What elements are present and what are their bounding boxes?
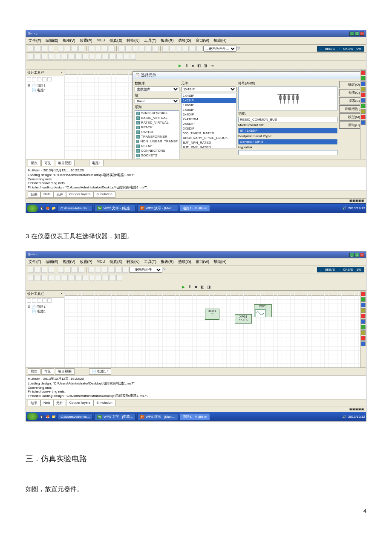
family-item[interactable]: SOCKETS [135, 153, 179, 158]
play-icon[interactable]: ▶ [181, 284, 186, 289]
component-listbox[interactable]: 1X4SIP1x5SIP1X6SIP1X8SIP2x4DIP2x4TERM2X6… [181, 93, 236, 148]
component-item[interactable]: 2X8DIP [182, 126, 236, 131]
tool-button[interactable] [48, 267, 54, 273]
tool-button[interactable] [95, 267, 101, 273]
family-item[interactable]: TRANSFORMER [135, 134, 179, 139]
detail-report-button[interactable]: 详细报告(D) [339, 105, 360, 113]
tool-button[interactable] [69, 275, 75, 281]
component-item[interactable]: BJT_NPN_RATED [182, 140, 236, 145]
instrument-button[interactable] [361, 308, 366, 313]
tool-button[interactable] [48, 275, 54, 281]
pause-icon[interactable]: Ⅱ [184, 63, 189, 68]
instrument-button[interactable] [361, 314, 366, 318]
tool-button[interactable] [196, 46, 202, 52]
ok-button[interactable]: 确定(O) [339, 81, 360, 88]
component-item[interactable]: 1X8SIP [182, 107, 236, 112]
quicklaunch-icon[interactable]: 📁 [52, 415, 56, 419]
component-item[interactable]: BJT_PNP_RATED [182, 145, 236, 148]
tool-button[interactable] [75, 275, 81, 281]
component-filter[interactable]: 1X4SIP [181, 87, 236, 92]
tool-button[interactable] [116, 275, 122, 281]
component-search[interactable]: ---使用的元件--- [203, 46, 236, 52]
instrument-button[interactable] [361, 70, 366, 75]
tool-button[interactable] [28, 46, 34, 52]
step-icon[interactable]: ◧ [200, 284, 205, 289]
tab-circuit[interactable]: 电路1 [89, 160, 104, 166]
component-item[interactable]: 555_TIMER_RATED [182, 131, 236, 136]
tab-nets[interactable]: Nets [40, 400, 53, 406]
tool-button[interactable] [78, 46, 84, 52]
instrument-3ibk1[interactable]: 3IBK1 ▫▫▫ [205, 309, 219, 320]
tree-node-child[interactable]: 📄 电路1 [28, 88, 62, 92]
step-icon[interactable]: ◧ [197, 63, 202, 68]
instrument-button[interactable] [361, 87, 366, 92]
tool-button[interactable] [89, 275, 95, 281]
instrument-button[interactable] [361, 81, 366, 86]
sidebar-tool-button[interactable] [32, 77, 36, 81]
tab-results[interactable]: 结果 [28, 191, 40, 198]
tab-visibility[interactable]: 可见 [41, 160, 54, 166]
taskbar-item[interactable]: C:\Users\Adminis... [58, 413, 92, 420]
menu-item[interactable]: 帮助(H) [213, 38, 227, 43]
tool-button[interactable] [35, 46, 40, 52]
component-item[interactable]: 1X4SIP [182, 93, 236, 98]
database-select[interactable]: 主数据库 [135, 87, 179, 92]
component-item[interactable]: 2x4TERM [182, 117, 236, 121]
tool-button[interactable] [153, 46, 159, 52]
tool-button[interactable] [190, 46, 196, 52]
tool-button[interactable] [176, 46, 182, 52]
tab-project-view[interactable]: 项目视图 [55, 160, 75, 166]
search-button[interactable]: 搜索(S) [339, 97, 360, 104]
instrument-button[interactable] [361, 336, 366, 341]
family-item[interactable]: NON_LINEAR_TRANSF [135, 139, 179, 144]
tool-button[interactable] [78, 267, 84, 273]
model-button[interactable]: 模型(M) [339, 113, 360, 121]
tool-button[interactable] [118, 46, 124, 52]
tool-button[interactable] [102, 267, 108, 273]
sidebar-close-icon[interactable]: × [61, 292, 63, 296]
instrument-button[interactable] [361, 104, 366, 108]
quicklaunch-icon[interactable]: 🦊 [46, 415, 50, 419]
maximize-button[interactable]: □ [355, 32, 359, 36]
tool-button[interactable] [89, 54, 95, 60]
menu-item[interactable]: 转换(N) [127, 38, 140, 43]
family-item[interactable]: SCH_CAP_SYMS [135, 158, 179, 159]
tab-circuit[interactable]: 📄 电路1 * [89, 368, 111, 375]
quicklaunch-icon[interactable]: 🐧 [40, 206, 44, 210]
instrument-button[interactable] [361, 325, 366, 330]
tool-button[interactable] [82, 54, 88, 60]
menu-item[interactable]: 选项(O) [178, 259, 191, 265]
taskbar-item[interactable]: 电路1 - Multisim [180, 413, 210, 420]
tool-button[interactable] [162, 46, 168, 52]
menu-item[interactable]: 编辑(E) [46, 38, 58, 43]
instrument-button[interactable] [361, 76, 366, 81]
family-listbox[interactable]: Select all familiesBASIC_VIRTUALRATED_VI… [135, 110, 179, 159]
tool-button[interactable] [132, 46, 138, 52]
start-button[interactable] [27, 413, 38, 420]
tool-button[interactable] [82, 275, 88, 281]
tool-button[interactable] [62, 54, 68, 60]
tool-button[interactable] [62, 275, 68, 281]
tab-simulation[interactable]: Simulation [93, 400, 115, 406]
instrument-button[interactable] [361, 92, 366, 97]
family-item[interactable]: BASIC_VIRTUAL [135, 116, 179, 120]
menu-item[interactable]: 窗口(W) [196, 38, 210, 43]
tool-button[interactable] [35, 267, 40, 273]
tool-button[interactable] [58, 46, 64, 52]
taskbar-item[interactable]: WWPS 文字 - [电路... [94, 413, 135, 420]
tab-results[interactable]: 结果 [28, 400, 40, 406]
tool-button[interactable] [130, 54, 136, 60]
menu-item[interactable]: 文件(F) [29, 38, 41, 43]
tool-button[interactable] [110, 54, 115, 60]
close-button[interactable]: 关闭(C) [339, 89, 360, 96]
tool-button[interactable] [109, 46, 115, 52]
menu-item[interactable]: 工具(T) [144, 38, 157, 43]
tool-button[interactable] [55, 275, 61, 281]
tool-button[interactable] [103, 275, 109, 281]
tool-button[interactable] [139, 46, 145, 52]
family-item[interactable]: RPACK [135, 125, 179, 130]
tool-button[interactable] [169, 46, 175, 52]
tool-button[interactable] [102, 46, 108, 52]
component-item[interactable]: 1X6SIP [182, 103, 236, 107]
tool-button[interactable] [48, 46, 54, 52]
